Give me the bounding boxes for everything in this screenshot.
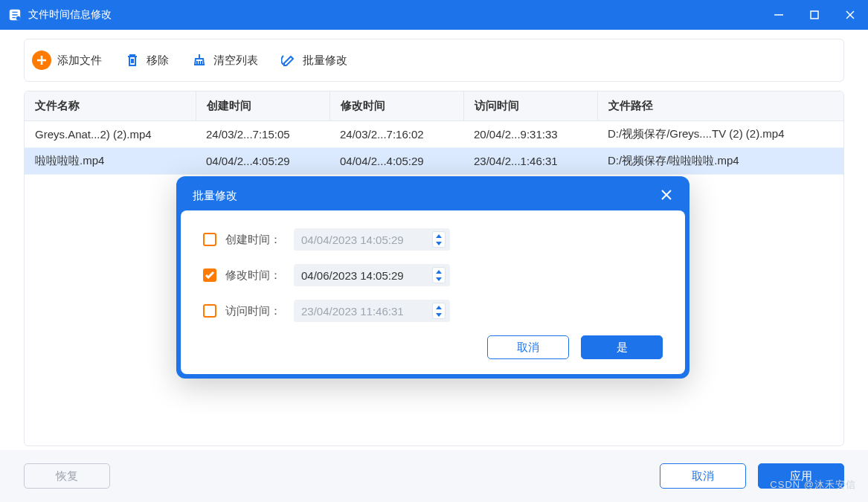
svg-marker-13 bbox=[436, 277, 442, 281]
restore-button[interactable]: 恢复 bbox=[24, 463, 110, 489]
dialog-close-button[interactable] bbox=[660, 188, 673, 204]
header-mtime[interactable]: 修改时间 bbox=[329, 91, 463, 121]
app-logo-icon bbox=[7, 7, 22, 22]
add-file-button[interactable]: 添加文件 bbox=[32, 51, 102, 70]
atime-value: 23/04/2023 11:46:31 bbox=[301, 305, 428, 318]
table-row[interactable]: Greys.Anat...2) (2).mp4 24/03/2...7:15:0… bbox=[25, 121, 843, 148]
clear-list-button[interactable]: 清空列表 bbox=[191, 52, 258, 68]
atime-input[interactable]: 23/04/2023 11:46:31 bbox=[294, 300, 450, 322]
add-file-label: 添加文件 bbox=[57, 54, 102, 68]
ctime-value: 04/04/2023 14:05:29 bbox=[301, 234, 428, 246]
batch-edit-button[interactable]: 批量修改 bbox=[280, 52, 347, 68]
batch-edit-dialog: 批量修改 创建时间： 04/04/2023 14:05:29 修改时间： 04/… bbox=[176, 176, 689, 379]
ctime-spinner[interactable] bbox=[432, 231, 446, 248]
remove-button[interactable]: 移除 bbox=[124, 52, 169, 68]
clear-list-label: 清空列表 bbox=[213, 54, 258, 68]
header-path[interactable]: 文件路径 bbox=[597, 91, 843, 121]
svg-marker-11 bbox=[436, 242, 442, 245]
header-filename[interactable]: 文件名称 bbox=[25, 91, 196, 121]
cell-name: Greys.Anat...2) (2).mp4 bbox=[25, 121, 196, 148]
mtime-value: 04/06/2023 14:05:29 bbox=[301, 269, 428, 282]
cell-path: D:/视频保存/啦啦啦啦.mp4 bbox=[597, 148, 843, 175]
svg-marker-12 bbox=[436, 270, 442, 274]
watermark-text: CSDN @沐禾安信 bbox=[770, 478, 856, 492]
cell-path: D:/视频保存/Greys....TV (2) (2).mp4 bbox=[597, 121, 843, 148]
cell-atime: 20/04/2...9:31:33 bbox=[463, 121, 597, 148]
dialog-ok-button[interactable]: 是 bbox=[581, 335, 663, 359]
broom-icon bbox=[191, 52, 208, 68]
header-atime[interactable]: 访问时间 bbox=[463, 91, 597, 121]
ctime-label: 创建时间： bbox=[225, 233, 285, 247]
cell-ctime: 24/03/2...7:15:05 bbox=[196, 121, 329, 148]
edit-icon bbox=[280, 52, 297, 68]
trash-icon bbox=[124, 52, 141, 68]
ctime-checkbox[interactable] bbox=[203, 233, 216, 246]
cell-ctime: 04/04/2...4:05:29 bbox=[196, 148, 329, 175]
table-row[interactable]: 啦啦啦啦.mp4 04/04/2...4:05:29 04/04/2...4:0… bbox=[25, 148, 843, 175]
atime-checkbox[interactable] bbox=[203, 304, 216, 318]
mtime-checkbox[interactable] bbox=[203, 268, 216, 282]
remove-label: 移除 bbox=[147, 54, 169, 68]
mtime-input[interactable]: 04/06/2023 14:05:29 bbox=[294, 264, 450, 286]
cell-name: 啦啦啦啦.mp4 bbox=[25, 148, 196, 175]
header-ctime[interactable]: 创建时间 bbox=[196, 91, 329, 121]
toolbar: 添加文件 移除 清空列表 批量修改 bbox=[24, 39, 844, 82]
ctime-input[interactable]: 04/04/2023 14:05:29 bbox=[294, 228, 450, 251]
window-title: 文件时间信息修改 bbox=[28, 8, 761, 22]
maximize-button[interactable] bbox=[797, 0, 832, 30]
cell-mtime: 24/03/2...7:16:02 bbox=[329, 121, 463, 148]
minimize-button[interactable] bbox=[761, 0, 797, 30]
title-bar: 文件时间信息修改 bbox=[0, 0, 868, 30]
dialog-cancel-button[interactable]: 取消 bbox=[487, 335, 569, 359]
close-button[interactable] bbox=[832, 0, 868, 30]
svg-marker-15 bbox=[436, 313, 442, 317]
dialog-title: 批量修改 bbox=[193, 189, 237, 203]
cell-mtime: 04/04/2...4:05:29 bbox=[329, 148, 463, 175]
svg-rect-3 bbox=[811, 11, 818, 19]
mtime-spinner[interactable] bbox=[432, 267, 446, 283]
svg-point-1 bbox=[16, 16, 20, 20]
mtime-label: 修改时间： bbox=[225, 268, 285, 283]
plus-icon bbox=[32, 51, 51, 70]
batch-edit-label: 批量修改 bbox=[303, 54, 347, 68]
svg-marker-10 bbox=[436, 234, 442, 238]
cancel-button[interactable]: 取消 bbox=[660, 463, 746, 489]
footer-bar: 恢复 取消 应用 bbox=[0, 450, 868, 502]
atime-label: 访问时间： bbox=[225, 304, 285, 318]
cell-atime: 23/04/2...1:46:31 bbox=[463, 148, 597, 175]
svg-marker-14 bbox=[436, 306, 442, 309]
atime-spinner[interactable] bbox=[432, 303, 446, 319]
